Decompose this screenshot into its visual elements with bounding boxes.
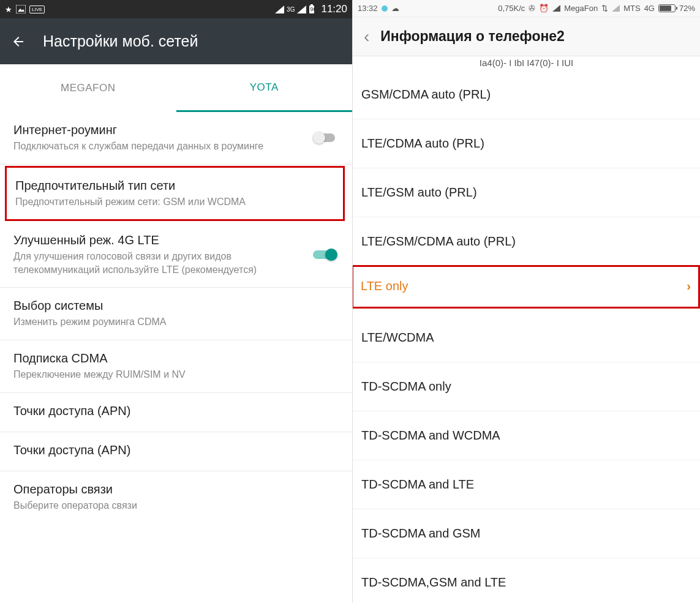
data-speed: 0,75K/c: [498, 4, 525, 13]
item-label: TD-SCDMA only: [361, 380, 451, 394]
item-title: Интернет-роуминг: [13, 123, 297, 137]
battery-icon: [658, 4, 676, 12]
list-item[interactable]: TD-SCDMA and GSM: [353, 509, 700, 558]
list-item[interactable]: LTE/GSM auto (PRL): [353, 168, 700, 217]
signal-icon: [612, 5, 620, 12]
item-label: LTE/GSM/CDMA auto (PRL): [361, 234, 516, 249]
item-label: GSM/CDMA auto (PRL): [361, 88, 491, 102]
item-preferred-network-type[interactable]: Предпочтительный тип сети Предпочтительн…: [5, 166, 345, 222]
app-bar: Настройки моб. сетей: [0, 18, 352, 64]
network-label: 3G: [287, 6, 295, 13]
page-title: Информация о телефоне2: [380, 28, 565, 45]
item-title: Операторы связи: [13, 482, 339, 496]
signal-icon: [552, 5, 560, 12]
battery-percent: 72%: [679, 4, 695, 13]
status-time: 13:32: [358, 4, 378, 13]
item-label: LTE/WCDMA: [361, 331, 434, 345]
item-label: TD-SCDMA,GSM and LTE: [361, 575, 506, 590]
tab-megafon[interactable]: MEGAFON: [0, 64, 176, 112]
network-label: 4G: [644, 4, 655, 13]
sim-tabs: MEGAFON YOTA: [0, 64, 352, 112]
item-subtitle: Для улучшения голосовой связи и других в…: [13, 250, 297, 276]
settings-list: Интернет-роуминг Подключаться к службам …: [0, 112, 352, 523]
carrier-label: MTS: [623, 4, 640, 13]
item-title: Точки доступа (APN): [13, 404, 339, 418]
item-enhanced-4g-lte[interactable]: Улучшенный реж. 4G LTE Для улучшения гол…: [0, 222, 352, 288]
roaming-toggle[interactable]: [313, 131, 337, 144]
list-item[interactable]: LTE/GSM/CDMA auto (PRL): [353, 217, 700, 266]
item-subtitle: Переключение между RUIM/SIM и NV: [13, 368, 339, 381]
vibrate-icon: ✇: [529, 4, 535, 13]
item-system-select[interactable]: Выбор системы Изменить режим роуминга CD…: [0, 288, 352, 340]
partial-cut-text: Ia4(0)- I IbI I47(0)- I IUI: [353, 56, 700, 70]
item-label: TD-SCDMA and WCDMA: [361, 429, 500, 443]
item-subtitle: Предпочтительный режим сети: GSM или WCD…: [15, 195, 334, 209]
back-chevron-icon[interactable]: ‹: [364, 27, 369, 47]
image-icon: [16, 5, 26, 13]
signal-icon: [297, 6, 306, 13]
list-item[interactable]: TD-SCDMA,GSM and LTE: [353, 558, 700, 603]
list-item-lte-only[interactable]: LTE only ›: [353, 265, 700, 309]
app-indicator-icon: [382, 6, 388, 12]
tab-yota[interactable]: YOTA: [176, 64, 353, 112]
enhanced-4g-toggle[interactable]: [313, 248, 337, 261]
list-item[interactable]: LTE/WCDMA: [353, 313, 700, 362]
item-label: LTE/CDMA auto (PRL): [361, 137, 484, 151]
item-label: TD-SCDMA and GSM: [361, 526, 480, 541]
item-subtitle: Изменить режим роуминга CDMA: [13, 315, 339, 329]
item-data-roaming[interactable]: Интернет-роуминг Подключаться к службам …: [0, 112, 352, 165]
page-title: Настройки моб. сетей: [43, 32, 198, 50]
list-item[interactable]: TD-SCDMA and WCDMA: [353, 411, 700, 460]
list-item[interactable]: LTE/CDMA auto (PRL): [353, 119, 700, 168]
item-title: Улучшенный реж. 4G LTE: [13, 233, 297, 247]
phone-screenshot-left: ★ LIVE 3G 96 11:20 Настройки моб. сетей …: [0, 0, 353, 603]
item-title: Предпочтительный тип сети: [15, 179, 334, 193]
list-item[interactable]: GSM/CDMA auto (PRL): [353, 70, 700, 119]
chevron-right-icon: ›: [687, 279, 691, 293]
status-time: 11:20: [321, 3, 347, 15]
app-bar: ‹ Информация о телефоне2: [353, 17, 700, 56]
list-item[interactable]: TD-SCDMA and LTE: [353, 460, 700, 509]
item-label: LTE/GSM auto (PRL): [361, 185, 477, 200]
item-operators[interactable]: Операторы связи Выберите оператора связи: [0, 471, 352, 523]
list-item[interactable]: TD-SCDMA only: [353, 362, 700, 411]
carrier-label: MegaFon: [564, 4, 598, 13]
item-apn-2[interactable]: Точки доступа (APN): [0, 432, 352, 471]
battery-icon: 96: [309, 4, 315, 14]
signal-icon: [275, 6, 284, 13]
network-mode-list: GSM/CDMA auto (PRL) LTE/CDMA auto (PRL) …: [353, 70, 700, 603]
phone-screenshot-right: 13:32 ☁ 0,75K/c ✇ ⏰ MegaFon ⇅ MTS 4G 72%…: [353, 0, 700, 603]
item-title: Подписка CDMA: [13, 351, 339, 365]
item-subtitle: Подключаться к службам передачи данных в…: [13, 140, 297, 153]
item-title: Точки доступа (APN): [13, 443, 339, 457]
back-arrow-icon[interactable]: [11, 34, 26, 49]
status-bar: 13:32 ☁ 0,75K/c ✇ ⏰ MegaFon ⇅ MTS 4G 72%: [353, 0, 700, 17]
data-arrows-icon: ⇅: [601, 4, 608, 13]
live-icon: LIVE: [29, 6, 45, 13]
alarm-icon: ⏰: [539, 4, 549, 13]
item-label: LTE only: [361, 279, 408, 293]
status-bar: ★ LIVE 3G 96 11:20: [0, 0, 352, 18]
app-indicator-icon: ☁: [391, 4, 399, 13]
item-subtitle: Выберите оператора связи: [13, 499, 339, 512]
svg-rect-3: [310, 4, 313, 6]
svg-marker-1: [18, 9, 24, 12]
item-cdma-subscription[interactable]: Подписка CDMA Переключение между RUIM/SI…: [0, 340, 352, 393]
item-title: Выбор системы: [13, 299, 339, 313]
star-icon: ★: [5, 5, 12, 14]
item-label: TD-SCDMA and LTE: [361, 478, 474, 492]
item-apn-1[interactable]: Точки доступа (APN): [0, 393, 352, 432]
